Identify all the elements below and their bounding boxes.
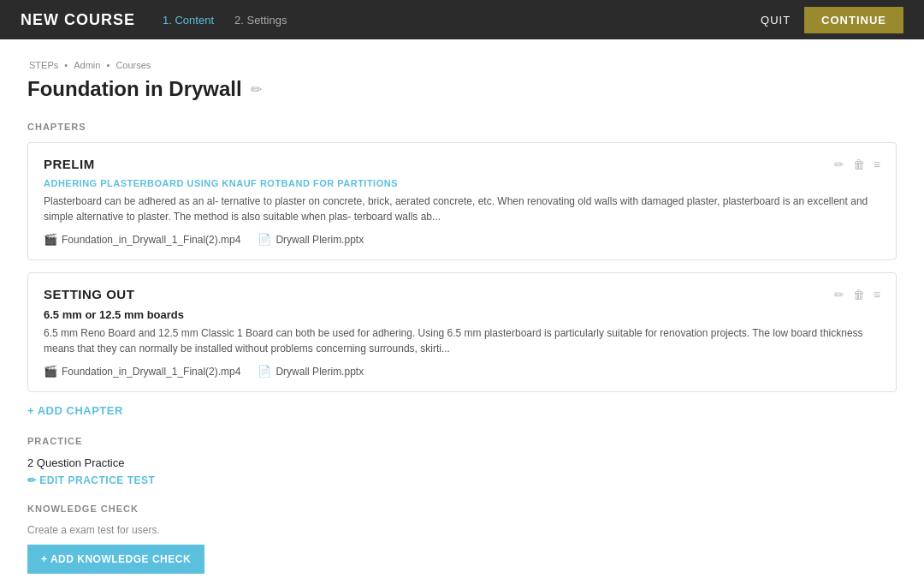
breadcrumb-admin[interactable]: Admin: [74, 60, 100, 70]
chapter-header-setting-out: SETTING OUT ✏ 🗑 ≡: [44, 287, 880, 301]
nav-settings[interactable]: 2. Settings: [234, 14, 287, 27]
knowledge-check-desc: Create a exam test for users.: [27, 524, 897, 536]
add-chapter-button[interactable]: + ADD CHAPTER: [27, 404, 123, 417]
chapter-card-setting-out: SETTING OUT ✏ 🗑 ≡ 6.5 mm or 12.5 mm boar…: [27, 272, 897, 392]
continue-button[interactable]: CONTINUE: [804, 7, 903, 33]
breadcrumb-steps[interactable]: STEPs: [29, 60, 58, 70]
ppt-icon-setting-out: 📄: [258, 365, 271, 378]
chapter-files-setting-out: 🎬 Foundation_in_Drywall_1_Final(2).mp4 📄…: [44, 365, 880, 378]
chapter-actions-prelim: ✏ 🗑 ≡: [834, 158, 880, 171]
file-ppt-setting-out[interactable]: 📄 Drywall Plerim.pptx: [258, 365, 364, 378]
chapter-card-prelim: PRELIM ✏ 🗑 ≡ ADHERING PLASTERBOARD USING…: [27, 142, 897, 260]
breadcrumb-courses[interactable]: Courses: [116, 60, 151, 70]
edit-practice-label: ✏ EDIT PRACTICE TEST: [27, 474, 155, 486]
chapter-files-prelim: 🎬 Foundation_in_Drywall_1_Final(2).mp4 📄…: [44, 233, 880, 246]
header-nav: 1. Content 2. Settings: [163, 14, 287, 27]
chapter-title-prelim: PRELIM: [44, 157, 95, 171]
breadcrumb-sep2: •: [106, 60, 112, 70]
file-ppt-prelim[interactable]: 📄 Drywall Plerim.pptx: [258, 233, 364, 246]
chapter-actions-setting-out: ✏ 🗑 ≡: [834, 288, 880, 301]
file-video-name-setting-out: Foundation_in_Drywall_1_Final(2).mp4: [62, 366, 240, 378]
header-left: NEW COURSE 1. Content 2. Settings: [21, 11, 287, 29]
video-icon-prelim: 🎬: [44, 233, 57, 246]
delete-icon-prelim[interactable]: 🗑: [853, 158, 865, 171]
delete-icon-setting-out[interactable]: 🗑: [853, 288, 865, 301]
app-header: NEW COURSE 1. Content 2. Settings QUIT C…: [0, 0, 924, 39]
breadcrumb-sep1: •: [64, 60, 70, 70]
drag-icon-prelim[interactable]: ≡: [874, 158, 880, 171]
chapter-header-prelim: PRELIM ✏ 🗑 ≡: [44, 157, 880, 171]
breadcrumb: STEPs • Admin • Courses: [27, 60, 897, 70]
main-content: STEPs • Admin • Courses Foundation in Dr…: [0, 39, 924, 578]
ppt-icon-prelim: 📄: [258, 233, 271, 246]
practice-label: PRACTICE: [27, 436, 897, 446]
video-icon-setting-out: 🎬: [44, 365, 57, 378]
file-video-prelim[interactable]: 🎬 Foundation_in_Drywall_1_Final(2).mp4: [44, 233, 240, 246]
edit-practice-button[interactable]: ✏ EDIT PRACTICE TEST: [27, 474, 155, 486]
chapter-desc-setting-out: 6.5 mm Reno Board and 12.5 mm Classic 1 …: [44, 325, 880, 356]
edit-icon-setting-out[interactable]: ✏: [834, 288, 844, 301]
chapter-desc-prelim: Plasterboard can be adhered as an al- te…: [44, 194, 880, 224]
nav-content[interactable]: 1. Content: [163, 14, 214, 27]
file-video-setting-out[interactable]: 🎬 Foundation_in_Drywall_1_Final(2).mp4: [44, 365, 240, 378]
practice-count: 2 Question Practice: [27, 456, 897, 469]
file-video-name-prelim: Foundation_in_Drywall_1_Final(2).mp4: [62, 234, 240, 246]
chapter-bold-subtitle-setting-out: 6.5 mm or 12.5 mm boards: [44, 308, 880, 321]
app-logo: NEW COURSE: [21, 11, 135, 29]
drag-icon-setting-out[interactable]: ≡: [874, 288, 880, 301]
file-ppt-name-prelim: Drywall Plerim.pptx: [275, 234, 364, 246]
file-ppt-name-setting-out: Drywall Plerim.pptx: [275, 366, 364, 378]
edit-icon-prelim[interactable]: ✏: [834, 158, 844, 171]
chapters-label: CHAPTERS: [27, 122, 897, 132]
chapter-title-setting-out: SETTING OUT: [44, 287, 134, 301]
page-title: Foundation in Drywall: [27, 77, 242, 101]
chapter-subtitle-prelim: ADHERING PLASTERBOARD USING KNAUF ROTBAN…: [44, 178, 880, 188]
edit-title-icon[interactable]: ✏: [251, 81, 262, 98]
practice-section: PRACTICE 2 Question Practice ✏ EDIT PRAC…: [27, 436, 897, 486]
quit-button[interactable]: QUIT: [761, 14, 791, 27]
knowledge-check-section: KNOWLEDGE CHECK Create a exam test for u…: [27, 504, 897, 574]
page-title-row: Foundation in Drywall ✏: [27, 77, 897, 101]
add-knowledge-button[interactable]: + ADD KNOWLEDGE CHECK: [27, 545, 204, 574]
knowledge-check-label: KNOWLEDGE CHECK: [27, 504, 897, 514]
header-right: QUIT CONTINUE: [761, 7, 903, 33]
